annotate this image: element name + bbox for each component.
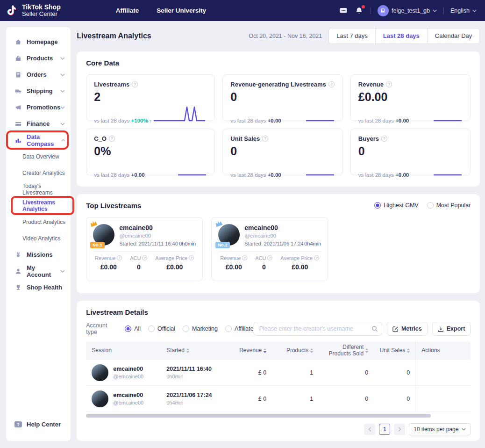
top-livestream-card-2[interactable]: No.2 emcaine00 @emcaine00 Started: 2021/… xyxy=(211,217,328,281)
sidebar-item-shipping[interactable]: Shipping xyxy=(6,83,71,99)
column-header-unit-sales[interactable]: Unit Sales xyxy=(374,347,415,354)
next-page-button[interactable] xyxy=(394,424,405,435)
info-icon[interactable] xyxy=(328,81,335,87)
different-products-sold-cell: 0 xyxy=(319,369,374,376)
nav-affiliate-link[interactable]: Affiliate xyxy=(116,7,139,14)
edit-metrics-icon xyxy=(392,326,399,332)
column-header-started[interactable]: Started xyxy=(161,347,231,354)
previous-page-button[interactable] xyxy=(364,424,375,435)
messages-icon[interactable] xyxy=(339,6,348,15)
started-label: Started: 2021/11/06 17:24 xyxy=(244,241,303,246)
sidebar-subitem-creator-analytics[interactable]: Creator Analytics xyxy=(6,165,71,181)
kpi-card-revenue-generating-livestreams: Revenue-generating Livestreams 0 vs last… xyxy=(222,74,342,121)
radio-icon xyxy=(148,325,155,332)
info-icon[interactable] xyxy=(242,255,247,260)
creator-search-input[interactable] xyxy=(254,322,382,336)
products-cell: 1 xyxy=(272,369,319,376)
bag-icon xyxy=(14,55,22,62)
radio-account-marketing[interactable]: Marketing xyxy=(183,325,218,332)
kpi-card-co: C_O 0% vs last 28 days +0.00 xyxy=(86,129,215,175)
logo-line1: TikTok Shop xyxy=(22,4,61,11)
divider xyxy=(218,251,321,252)
sidebar-item-orders[interactable]: Orders xyxy=(6,66,71,83)
navbar-right: feige_test1_gb English xyxy=(339,5,477,16)
info-icon[interactable] xyxy=(262,136,268,142)
sidebar-item-data-compass[interactable]: Data Compass xyxy=(6,132,71,148)
page-size-select[interactable]: 10 items per page xyxy=(409,423,471,435)
info-icon[interactable] xyxy=(386,81,392,87)
info-icon[interactable] xyxy=(189,255,194,260)
core-data-title: Core Data xyxy=(86,59,471,67)
sidebar-item-products[interactable]: Products xyxy=(6,50,71,66)
started-datetime: 2021/11/11 16:40 xyxy=(166,366,231,372)
sparkline-chart xyxy=(433,104,463,123)
top-livestream-card-1[interactable]: No.1 emcaine00 @emcaine00 Started: 2021/… xyxy=(86,217,203,281)
megaphone-icon xyxy=(14,104,22,111)
range-button-calendar-day[interactable]: Calendar Day xyxy=(427,28,480,44)
column-header-products[interactable]: Products xyxy=(272,347,319,354)
creator-name: emcaine00 xyxy=(113,366,143,372)
table-row[interactable]: emcaine00 @emcaine00 2021/11/06 17:24 0h… xyxy=(86,386,471,412)
sidebar-item-homepage[interactable]: Homepage xyxy=(6,34,71,50)
radio-account-official[interactable]: Official xyxy=(148,325,175,332)
radio-account-affiliate[interactable]: Affiliate xyxy=(225,325,254,332)
creator-avatar xyxy=(92,390,108,407)
info-icon[interactable] xyxy=(142,255,147,260)
delta-value: +100% xyxy=(131,118,148,123)
language-selector[interactable]: English xyxy=(450,7,477,14)
creator-avatar xyxy=(92,364,108,381)
info-icon[interactable] xyxy=(314,255,319,260)
column-header-revenue[interactable]: Revenue xyxy=(231,347,272,354)
sparkline-chart xyxy=(433,158,463,178)
kpi-card-unit-sales: Unit Sales 0 vs last 28 days +0.00 xyxy=(222,129,342,175)
horizontal-scrollbar[interactable] xyxy=(86,414,431,418)
sidebar-subitem-video-analytics[interactable]: Video Analytics xyxy=(6,230,71,246)
sidebar-item-missions[interactable]: Missions xyxy=(6,246,71,263)
radio-most-popular[interactable]: Most Popular xyxy=(427,202,471,209)
stat-value: £0.00 xyxy=(155,263,194,271)
table-row[interactable]: emcaine00 @emcaine00 2021/11/11 16:40 0h… xyxy=(86,360,471,386)
nav-seller-university-link[interactable]: Seller University xyxy=(157,7,206,14)
sparkline-chart xyxy=(305,158,335,178)
radio-icon xyxy=(374,202,381,209)
column-header-different-products-sold[interactable]: Different Products Sold xyxy=(319,344,374,357)
info-icon[interactable] xyxy=(117,255,122,260)
info-icon[interactable] xyxy=(267,255,272,260)
trophy-icon xyxy=(14,284,22,291)
account-menu[interactable]: feige_test1_gb xyxy=(378,5,437,16)
duration: 0h4min xyxy=(166,400,231,405)
metrics-button[interactable]: Metrics xyxy=(387,322,428,336)
delta-value: +0.00 xyxy=(395,118,409,123)
tiktok-shop-logo[interactable]: TikTok Shop Seller Center xyxy=(7,4,61,18)
sidebar-item-finance[interactable]: Finance xyxy=(6,116,71,132)
sidebar-item-my-account[interactable]: My Account xyxy=(6,263,71,279)
sidebar-subitem-livestreams-analytics[interactable]: Livestreams Analytics xyxy=(6,197,71,214)
chevron-right-icon xyxy=(398,427,401,432)
info-icon[interactable] xyxy=(381,136,387,142)
radio-highest-gmv[interactable]: Highest GMV xyxy=(374,202,418,209)
kpi-value: 0 xyxy=(230,90,335,104)
info-icon[interactable] xyxy=(109,136,115,142)
stat-value: £0.00 xyxy=(280,263,319,271)
range-button-last-7-days[interactable]: Last 7 days xyxy=(328,28,376,44)
export-button[interactable]: Export xyxy=(432,322,471,336)
divider xyxy=(443,7,444,14)
sidebar-subitem-product-analytics[interactable]: Product Analytics xyxy=(6,214,71,230)
top-navbar: TikTok Shop Seller Center Affiliate Sell… xyxy=(0,0,485,21)
sparkline-chart xyxy=(152,104,207,123)
search-icon xyxy=(371,325,378,332)
page-number-button[interactable]: 1 xyxy=(379,424,390,435)
info-icon[interactable] xyxy=(132,81,138,87)
radio-account-all[interactable]: All xyxy=(125,325,141,332)
top-livestreams-panel: Top Livestreams Highest GMV Most Popular xyxy=(77,194,480,293)
sidebar-subitem-todays-livestreams[interactable]: Today's Livestreams xyxy=(6,181,71,197)
range-button-last-28-days[interactable]: Last 28 days xyxy=(375,28,428,44)
sidebar-subitem-data-overview[interactable]: Data Overview xyxy=(6,148,71,165)
sidebar-item-promotions[interactable]: Promotions xyxy=(6,99,71,116)
sidebar-item-help-center[interactable]: Help Center xyxy=(6,416,71,433)
radio-icon xyxy=(125,325,131,332)
language-label: English xyxy=(450,7,470,14)
sidebar-item-shop-health[interactable]: Shop Health xyxy=(6,279,71,296)
notifications-bell-icon[interactable] xyxy=(355,6,364,15)
notification-dot xyxy=(362,5,365,8)
